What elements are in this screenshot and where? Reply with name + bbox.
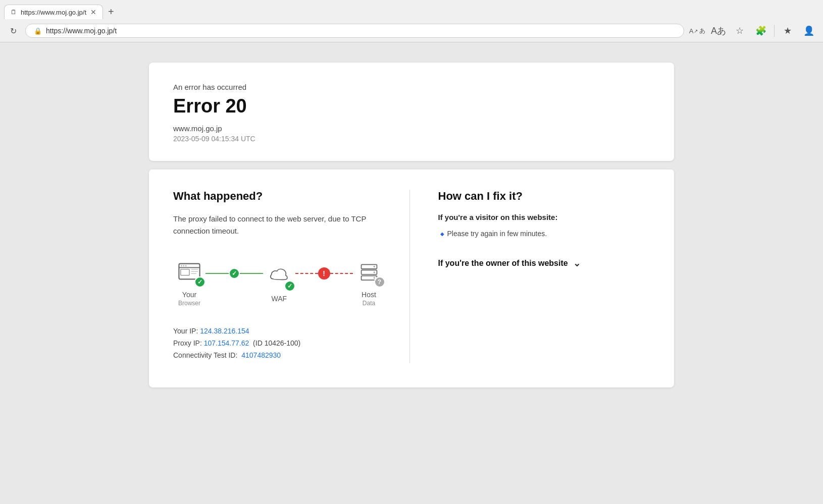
error-header: An error has occurred Error 20 www.moj.g… [149, 63, 674, 161]
error-domain: www.moj.go.jp [173, 124, 650, 133]
error-title: Error 20 [173, 95, 650, 117]
owner-title-text: If you're the owner of this website [438, 259, 568, 268]
svg-point-6 [181, 265, 182, 267]
favorites-collections-button[interactable]: ★ [780, 23, 796, 39]
error-mid-badge: ! [318, 267, 330, 279]
owner-section: If you're the owner of this website ⌄ [438, 258, 650, 269]
host-node: ? Host Data [353, 255, 385, 307]
error-timestamp: 2023-05-09 04:15:34 UTC [173, 135, 650, 143]
detail-card: What happened? The proxy failed to conne… [149, 169, 674, 387]
reader-icon: Aあ [711, 25, 726, 37]
bullet-diamond-icon: ◆ [440, 231, 444, 237]
svg-point-13 [373, 271, 375, 273]
address-bar-row: ↻ 🔒 https://www.moj.go.jp/t A↗あ Aあ ☆ 🧩 ★ [0, 20, 823, 42]
tab-close-button[interactable]: ✕ [90, 8, 96, 16]
translate-button[interactable]: A↗あ [689, 23, 705, 39]
tab-bar: 🗒 https://www.moj.go.jp/t ✕ + [0, 0, 823, 20]
network-diagram: ✓ Your Browser ✓ [173, 255, 385, 307]
toolbar-separator [774, 25, 775, 37]
right-panel: How can I fix it? If you're a visitor on… [410, 190, 650, 363]
new-tab-button[interactable]: + [104, 4, 118, 20]
star-badge-icon: ☆ [736, 25, 744, 36]
how-fix-title: How can I fix it? [438, 190, 650, 203]
connectivity-label: Connectivity Test ID: [173, 351, 237, 359]
favorites-button[interactable]: ☆ [732, 23, 748, 39]
svg-point-12 [373, 266, 375, 267]
host-badge: ? [374, 276, 385, 288]
error-subtitle: An error has occurred [173, 83, 650, 91]
proxy-ip-link[interactable]: 107.154.77.62 [204, 339, 249, 347]
detail-content: What happened? The proxy failed to conne… [149, 169, 674, 387]
proxy-ip-label: Proxy IP: [173, 339, 202, 347]
left-panel: What happened? The proxy failed to conne… [173, 190, 410, 363]
chevron-down-icon: ⌄ [573, 258, 581, 269]
connectivity-link[interactable]: 4107482930 [241, 351, 281, 359]
connector-2: ! [295, 272, 353, 274]
visitor-tip-text: Please try again in few minutes. [447, 230, 547, 238]
error-info-card: An error has occurred Error 20 www.moj.g… [149, 63, 674, 161]
address-bar[interactable]: 🔒 https://www.moj.go.jp/t [25, 24, 684, 38]
your-ip-link[interactable]: 124.38.216.154 [200, 327, 249, 335]
host-label: Host [362, 291, 376, 299]
visitor-tip-item: ◆ Please try again in few minutes. [440, 230, 650, 238]
your-ip-row: Your IP: 124.38.216.154 [173, 327, 385, 335]
host-sublabel: Data [363, 300, 375, 307]
puzzle-icon: 🧩 [755, 25, 766, 36]
extensions-button[interactable]: 🧩 [753, 23, 769, 39]
svg-point-8 [185, 265, 187, 267]
proxy-ip-row: Proxy IP: 107.154.77.62 (ID 10426-100) [173, 339, 385, 347]
page-icon: 🗒 [11, 9, 17, 16]
waf-badge: ✓ [284, 281, 295, 292]
browser-badge: ✓ [194, 276, 205, 288]
connector-solid-line-2 [240, 273, 263, 274]
owner-toggle[interactable]: If you're the owner of this website ⌄ [438, 258, 650, 269]
connectivity-row: Connectivity Test ID: 4107482930 [173, 351, 385, 359]
waf-node: ✓ WAF [263, 259, 295, 303]
what-happened-title: What happened? [173, 190, 385, 203]
reader-view-button[interactable]: Aあ [710, 23, 727, 39]
connector-check-badge: ✓ [229, 268, 240, 279]
lock-icon: 🔒 [34, 27, 42, 35]
connector-dashed-line-1 [295, 273, 318, 274]
error-description: The proxy failed to connect to the web s… [173, 213, 385, 237]
page-background: An error has occurred Error 20 www.moj.g… [0, 42, 823, 502]
profile-button[interactable]: 👤 [801, 23, 817, 39]
browser-chrome: 🗒 https://www.moj.go.jp/t ✕ + ↻ 🔒 https:… [0, 0, 823, 42]
your-ip-label: Your IP: [173, 327, 198, 335]
browser-label: Your [182, 291, 196, 299]
visitor-section-title: If you're a visitor on this website: [438, 213, 650, 221]
connector-dashed-line-2 [330, 273, 353, 274]
url-text: https://www.moj.go.jp/t [46, 27, 117, 35]
browser-node-icon-wrap: ✓ [173, 255, 205, 288]
waf-label: WAF [271, 295, 287, 303]
translate-icon: A↗あ [689, 27, 706, 35]
connector-1: ✓ [205, 272, 263, 274]
tab-title: https://www.moj.go.jp/t [21, 9, 86, 16]
profile-icon: 👤 [803, 25, 814, 36]
host-node-icon-wrap: ? [353, 255, 385, 288]
proxy-ip-id: (ID 10426-100) [253, 339, 300, 347]
active-tab[interactable]: 🗒 https://www.moj.go.jp/t ✕ [4, 5, 103, 19]
browser-node: ✓ Your Browser [173, 255, 205, 307]
connector-solid-line [205, 273, 229, 274]
svg-point-7 [183, 265, 185, 267]
collections-icon: ★ [784, 25, 792, 36]
toolbar-icons: A↗あ Aあ ☆ 🧩 ★ 👤 [689, 23, 817, 39]
waf-node-icon-wrap: ✓ [263, 259, 295, 292]
reload-button[interactable]: ↻ [6, 24, 20, 38]
browser-sublabel: Browser [178, 300, 200, 307]
